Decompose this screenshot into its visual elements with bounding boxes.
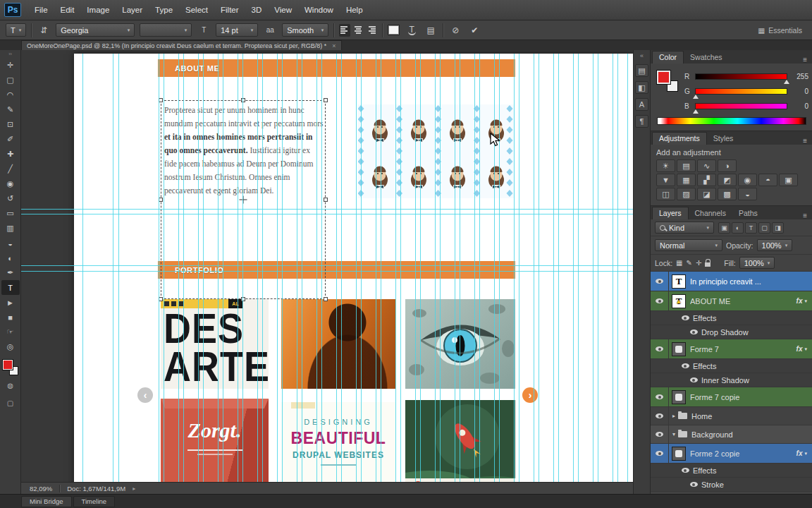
tab-paths[interactable]: Paths (732, 207, 764, 219)
toggle-panels-icon[interactable]: ▤ (424, 23, 438, 37)
font-style-select[interactable]: ▾ (140, 23, 192, 37)
selection-handle[interactable] (159, 198, 163, 202)
layer-row-forme-7[interactable]: Forme 7fx▾ (651, 339, 812, 359)
document-tab[interactable]: OneMoreOnePage.psd @ 82,1% (In principio… (21, 40, 342, 50)
color-slider-r[interactable]: R255 (684, 69, 808, 84)
vibrance-adjustment-icon[interactable]: ▼ (656, 174, 675, 186)
lock-position[interactable]: ✛ (696, 259, 701, 267)
quick-mask-icon[interactable]: ◍ (1, 378, 20, 393)
tab-color[interactable]: Color (652, 51, 684, 64)
layer-effects-badge[interactable]: fx▾ (796, 449, 812, 457)
visibility-eye-icon[interactable] (682, 315, 689, 320)
panel-menu-icon[interactable]: ≡ (798, 56, 812, 64)
visibility-eye-icon[interactable] (656, 451, 663, 456)
workspace-switcher[interactable]: ▦ Essentials (758, 26, 806, 35)
color-balance-adjustment-icon[interactable]: ▞ (697, 174, 716, 186)
layer-row-stroke[interactable]: Stroke (651, 478, 812, 492)
type-tool[interactable]: T (1, 280, 20, 295)
group-expand-icon[interactable]: ▾ (672, 431, 675, 437)
crop-tool[interactable]: ⊡ (1, 117, 20, 132)
color-lookup-adjustment-icon[interactable]: ▣ (779, 174, 798, 186)
align-right-icon[interactable] (366, 24, 377, 37)
color-spectrum-bar[interactable] (657, 117, 806, 125)
channel-mixer-adjustment-icon[interactable]: ◓ (758, 174, 777, 186)
invert-adjustment-icon[interactable]: ◫ (656, 188, 675, 200)
levels-adjustment-icon[interactable]: ▤ (677, 159, 696, 172)
bottom-tab-timeline[interactable]: Timeline (73, 496, 116, 507)
foreground-color-swatch[interactable] (3, 360, 13, 370)
selection-handle[interactable] (324, 198, 328, 202)
toolbar-collapse-icon[interactable]: ›› (8, 52, 12, 56)
lasso-tool[interactable]: ◠ (1, 87, 20, 102)
anti-alias-select[interactable]: Smooth ▾ (282, 23, 328, 37)
brush-tool[interactable]: ╱ (1, 162, 20, 176)
visibility-eye-icon[interactable] (656, 413, 663, 418)
type-layer-filter[interactable]: T (745, 222, 757, 234)
paragraph-panel-icon[interactable]: ¶ (635, 115, 648, 128)
brightness-contrast-adjustment-icon[interactable]: ☀ (656, 159, 675, 172)
warp-text-icon[interactable]: T (405, 23, 419, 37)
healing-brush-tool[interactable]: ✚ (1, 147, 20, 162)
text-color-swatch[interactable] (388, 25, 400, 35)
visibility-eye-icon[interactable] (656, 298, 663, 303)
black-white-adjustment-icon[interactable]: ◩ (718, 174, 737, 186)
tab-adjustments[interactable]: Adjustments (652, 132, 707, 145)
photo-filter-adjustment-icon[interactable]: ◉ (738, 174, 757, 186)
selective-color-adjustment-icon[interactable]: ◒ (738, 188, 757, 200)
menu-type[interactable]: Type (149, 0, 179, 20)
screen-mode-icon[interactable]: ▢ (1, 396, 20, 411)
tab-layers[interactable]: Layers (652, 207, 689, 219)
visibility-eye-icon[interactable] (656, 346, 663, 351)
posterize-adjustment-icon[interactable]: ▨ (677, 188, 696, 200)
panel-menu-icon[interactable]: ≡ (798, 137, 812, 145)
gradient-map-adjustment-icon[interactable]: ▩ (718, 188, 737, 200)
close-tab-icon[interactable]: × (332, 42, 336, 49)
visibility-eye-icon[interactable] (656, 432, 663, 437)
rectangular-marquee-tool[interactable]: ▢ (1, 73, 20, 87)
menu-file[interactable]: File (28, 0, 54, 20)
zoom-level[interactable]: 82,09% (30, 485, 52, 492)
visibility-eye-icon[interactable] (690, 377, 698, 382)
adjustment-layer-filter[interactable]: ◐ (732, 222, 744, 234)
layer-row-about-me[interactable]: T▲ABOUT MEfx▾ (651, 291, 812, 311)
curves-adjustment-icon[interactable]: ∿ (697, 159, 716, 172)
menu-help[interactable]: Help (340, 0, 369, 20)
align-left-icon[interactable] (339, 24, 350, 37)
tool-preset-picker[interactable]: T ▾ (6, 23, 26, 37)
menu-view[interactable]: View (268, 0, 298, 20)
blend-mode-select[interactable]: Normal ▾ (655, 239, 722, 251)
character-panel-icon[interactable]: A (635, 98, 648, 111)
clone-stamp-tool[interactable]: ◉ (1, 176, 20, 191)
shape-layer-filter[interactable]: ▢ (758, 222, 770, 234)
hue-saturation-adjustment-icon[interactable]: ▦ (677, 174, 696, 186)
zoom-tool[interactable]: ◎ (1, 339, 20, 354)
commit-edit-icon[interactable]: ✔ (467, 23, 481, 37)
path-selection-tool[interactable]: ► (1, 295, 20, 310)
dodge-tool[interactable]: ◐ (1, 250, 20, 265)
quick-selection-tool[interactable]: ✎ (1, 102, 20, 117)
hand-tool[interactable]: ☞ (1, 325, 20, 339)
history-panel-icon[interactable]: ▤ (635, 64, 648, 77)
status-flyout-icon[interactable]: ▸ (133, 485, 135, 492)
properties-panel-icon[interactable]: ◧ (635, 81, 648, 94)
selection-handle[interactable] (159, 98, 163, 102)
layer-row-effects[interactable]: Effects (651, 464, 812, 478)
selection-handle[interactable] (324, 98, 328, 102)
menu-3d[interactable]: 3D (245, 0, 269, 20)
expand-panels-icon[interactable]: « (640, 52, 644, 59)
color-panel-swatches[interactable] (657, 71, 678, 92)
visibility-eye-icon[interactable] (656, 394, 663, 399)
layer-row-background[interactable]: ▾Background (651, 425, 812, 444)
layer-row-inner-shadow[interactable]: Inner Shadow (651, 373, 812, 387)
move-tool[interactable]: ✛ (1, 58, 20, 73)
layer-row-in-principio-creavit[interactable]: TIn principio creavit ... (651, 272, 812, 291)
gradient-tool[interactable]: ▥ (1, 221, 20, 236)
text-orientation-icon[interactable]: ⇵ (37, 23, 51, 37)
fill-select[interactable]: 100% ▾ (739, 257, 775, 269)
color-swatches-widget[interactable] (3, 360, 18, 375)
layer-row-forme-2-copie[interactable]: Forme 2 copiefx▾ (651, 444, 812, 464)
align-center-icon[interactable] (352, 24, 364, 37)
layer-row-drop-shadow[interactable]: Drop Shadow (651, 325, 812, 339)
lock-pixels[interactable]: ✎ (687, 259, 692, 267)
layer-row-effects[interactable]: Effects (651, 311, 812, 325)
